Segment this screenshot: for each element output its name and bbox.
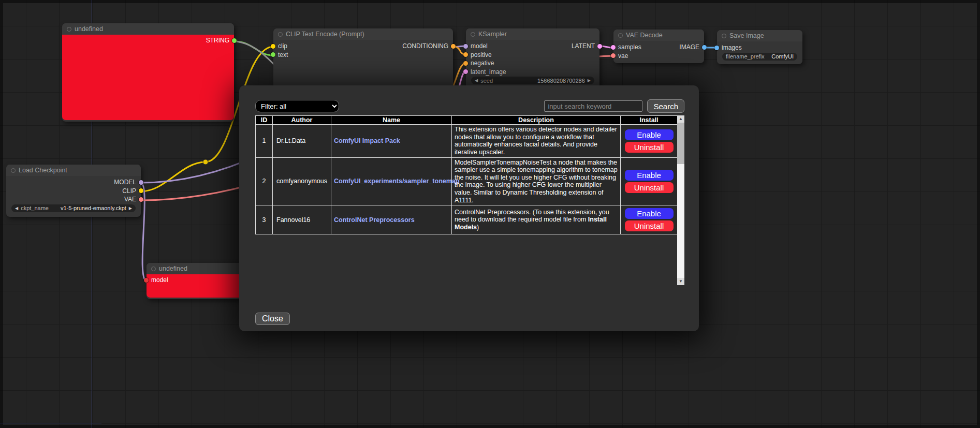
extension-table: ID Author Name Description Install 1 Dr.… <box>255 115 678 234</box>
input-slot-model[interactable]: model <box>470 42 488 50</box>
collapse-toggle-icon[interactable] <box>11 168 16 173</box>
seed-widget[interactable]: ◀ seed 156680208700286 ▶ <box>471 77 594 84</box>
latent-slot-icon[interactable] <box>611 45 616 50</box>
collapse-toggle-icon[interactable] <box>618 33 623 38</box>
enable-button[interactable]: Enable <box>625 129 674 140</box>
conditioning-slot-icon[interactable] <box>451 44 456 49</box>
string-slot-icon[interactable] <box>271 52 275 57</box>
collapse-toggle-icon[interactable] <box>471 32 475 37</box>
output-slot-clip[interactable]: CLIP <box>122 187 137 195</box>
filter-select[interactable]: Filter: all <box>255 100 339 112</box>
vae-slot-icon[interactable] <box>611 53 616 58</box>
cell-id: 2 <box>256 157 273 205</box>
model-slot-icon[interactable] <box>144 278 149 283</box>
seed-widget-value[interactable]: 156680208700286 <box>537 78 585 84</box>
uninstall-button[interactable]: Uninstall <box>625 220 674 231</box>
cell-description: This extension offers various detector n… <box>455 126 618 156</box>
node-title-bar[interactable]: VAE Decode <box>613 29 704 41</box>
scroll-down-icon[interactable]: ▼ <box>677 278 684 285</box>
input-slot-images[interactable]: images <box>721 44 742 51</box>
node-title-bar[interactable]: Save Image <box>717 30 802 41</box>
node-title-bar[interactable]: CLIP Text Encode (Prompt) <box>273 28 453 40</box>
node-title: undefined <box>75 25 103 33</box>
decrement-arrow-icon[interactable]: ◀ <box>475 77 478 84</box>
next-arrow-icon[interactable]: ▶ <box>129 204 132 212</box>
search-input[interactable] <box>544 100 642 112</box>
clip-slot-icon[interactable] <box>139 188 143 193</box>
model-slot-icon[interactable] <box>463 44 468 49</box>
node-vae-decode[interactable]: VAE Decode samples IMAGE vae <box>613 29 704 63</box>
cell-description: ModelSamplerTonemapNoiseTest a node that… <box>455 159 618 204</box>
output-slot-vae[interactable]: VAE <box>124 196 137 203</box>
vae-slot-icon[interactable] <box>139 197 143 202</box>
comfyui-graph-canvas[interactable]: undefined STRING CLIP Text Encode (Promp… <box>0 0 980 428</box>
image-slot-icon[interactable] <box>714 46 719 50</box>
node-title: VAE Decode <box>626 32 663 39</box>
cell-id: 1 <box>256 125 273 158</box>
table-scrollbar[interactable]: ▲ ▼ <box>677 115 684 285</box>
node-load-checkpoint[interactable]: Load Checkpoint MODEL CLIP VAE <box>6 165 141 217</box>
node-title-bar[interactable]: Load Checkpoint <box>6 165 141 176</box>
output-slot-image[interactable]: IMAGE <box>679 43 700 51</box>
conditioning-slot-icon[interactable] <box>463 52 468 57</box>
increment-arrow-icon[interactable]: ▶ <box>588 77 591 84</box>
collapse-toggle-icon[interactable] <box>278 32 283 37</box>
node-title-bar[interactable]: undefined <box>147 263 243 274</box>
collapse-toggle-icon[interactable] <box>67 27 71 32</box>
widget-label: filename_prefix <box>726 53 765 60</box>
node-undefined-top[interactable]: undefined STRING <box>62 23 234 122</box>
input-slot-vae[interactable]: vae <box>617 52 628 60</box>
extension-link[interactable]: ComfyUI_experiments/sampler_tonemap <box>334 178 459 185</box>
node-title: Save Image <box>729 32 764 39</box>
extension-link[interactable]: ControlNet Preprocessors <box>334 216 415 224</box>
input-slot-latent-image[interactable]: latent_image <box>470 68 506 76</box>
string-slot-icon[interactable] <box>232 38 237 43</box>
ckpt-name-widget[interactable]: ◀ ckpt_name v1-5-pruned-emaonly.ckpt ▶ <box>11 204 136 212</box>
node-undefined-bottom[interactable]: undefined model <box>147 263 243 299</box>
output-slot-string[interactable]: STRING <box>206 37 230 44</box>
node-save-image[interactable]: Save Image images filename_prefix ComfyU… <box>717 30 802 64</box>
conditioning-slot-icon[interactable] <box>463 61 468 66</box>
col-header-description: Description <box>452 116 621 125</box>
collapse-toggle-icon[interactable] <box>722 34 726 38</box>
previous-arrow-icon[interactable]: ◀ <box>15 204 18 212</box>
input-slot-positive[interactable]: positive <box>470 51 492 58</box>
node-title: CLIP Text Encode (Prompt) <box>286 31 364 38</box>
search-button[interactable]: Search <box>647 99 684 113</box>
table-row: 3 Fannovel16 ControlNet Preprocessors Co… <box>256 205 678 234</box>
scrollbar-thumb[interactable] <box>677 123 684 164</box>
collapse-toggle-icon[interactable] <box>151 267 156 271</box>
latent-slot-icon[interactable] <box>463 69 468 74</box>
close-button[interactable]: Close <box>255 313 290 325</box>
col-header-install: Install <box>621 116 678 125</box>
latent-slot-icon[interactable] <box>597 44 602 49</box>
uninstall-button[interactable]: Uninstall <box>625 182 674 193</box>
clip-slot-icon[interactable] <box>271 44 275 49</box>
widget-value[interactable]: v1-5-pruned-emaonly.ckpt <box>61 205 126 211</box>
uninstall-button[interactable]: Uninstall <box>625 142 674 153</box>
output-slot-conditioning[interactable]: CONDITIONING <box>402 42 449 50</box>
link-reroute-dot[interactable] <box>203 159 208 165</box>
widget-value[interactable]: ComfyUI <box>771 53 794 60</box>
scroll-up-icon[interactable]: ▲ <box>677 115 684 123</box>
node-title-bar[interactable]: KSampler <box>466 28 599 40</box>
image-slot-icon[interactable] <box>702 45 707 50</box>
enable-button[interactable]: Enable <box>625 208 674 219</box>
filename-prefix-widget[interactable]: filename_prefix ComfyUI <box>722 53 797 61</box>
dialog-toolbar: Filter: all Search <box>255 99 684 113</box>
node-title-bar[interactable]: undefined <box>62 23 234 35</box>
extension-link[interactable]: ComfyUI Impact Pack <box>334 137 400 144</box>
input-slot-samples[interactable]: samples <box>617 43 641 51</box>
input-slot-text[interactable]: text <box>277 51 288 58</box>
input-slot-model[interactable]: model <box>150 276 168 284</box>
cell-author: Dr.Lt.Data <box>273 125 331 158</box>
col-header-name: Name <box>331 116 452 125</box>
input-slot-clip[interactable]: clip <box>277 42 287 50</box>
input-slot-negative[interactable]: negative <box>470 60 494 67</box>
output-slot-latent[interactable]: LATENT <box>572 42 596 50</box>
col-header-id: ID <box>256 116 273 125</box>
seed-widget-label: seed <box>480 78 493 84</box>
model-slot-icon[interactable] <box>139 180 143 185</box>
enable-button[interactable]: Enable <box>625 170 674 181</box>
output-slot-model[interactable]: MODEL <box>114 179 137 186</box>
